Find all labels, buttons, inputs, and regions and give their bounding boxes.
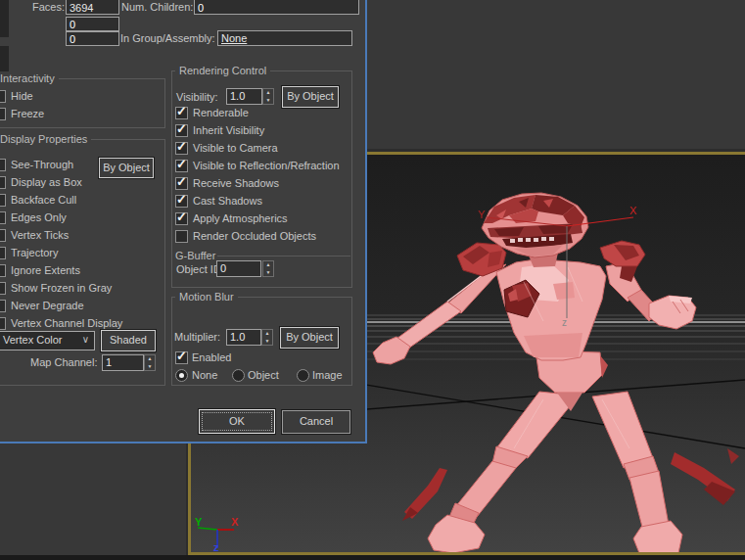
render-occluded-objects-checkbox[interactable] <box>175 230 188 243</box>
inherit-visibility-checkbox[interactable] <box>175 124 188 137</box>
display-as-box-label: Display as Box <box>11 176 82 188</box>
top-field-row2[interactable]: 0 <box>66 17 119 31</box>
in-group-label: In Group/Assembly: <box>120 32 215 44</box>
spinner-up-icon: ▲ <box>262 330 272 338</box>
interactivity-title: Interactivity <box>0 72 59 84</box>
vertex-ticks-label: Vertex Ticks <box>11 229 69 241</box>
trajectory-checkbox[interactable] <box>0 247 6 259</box>
display-as-box-checkbox[interactable] <box>0 176 6 189</box>
tripod-x-label: X <box>231 516 239 528</box>
gizmo-x-label: X <box>629 205 637 216</box>
trajectory-label: Trajectory <box>11 247 59 258</box>
chevron-down-icon: ∨ <box>82 334 89 345</box>
vertex-channel-display-label: Vertex Channel Display <box>11 317 122 329</box>
spinner-down-icon: ▼ <box>263 269 273 277</box>
freeze-checkbox[interactable] <box>0 108 6 120</box>
ignore-extents-checkbox[interactable] <box>0 264 6 277</box>
track-bar-edge <box>0 555 745 560</box>
world-axis-tripod: Y X z <box>195 516 239 552</box>
vertex-color-dropdown[interactable]: Vertex Color∨ <box>0 331 95 350</box>
in-group-field[interactable]: None <box>217 30 352 46</box>
hide-label: Hide <box>11 90 33 102</box>
edges-only-checkbox[interactable] <box>0 211 6 224</box>
ignore-extents-label: Ignore Extents <box>11 264 80 276</box>
motion-blur-image-radio[interactable] <box>297 369 309 382</box>
map-channel-spinner[interactable]: ▲▼ <box>144 354 156 371</box>
ok-button[interactable]: OK <box>199 409 275 434</box>
gbuffer-title: G-Buffer <box>173 250 217 261</box>
cancel-button[interactable]: Cancel <box>282 410 350 434</box>
motion-blur-by-object-button[interactable]: By Object <box>280 327 339 349</box>
visible-to-camera-checkbox[interactable] <box>175 142 188 155</box>
backface-cull-label: Backface Cull <box>11 194 76 206</box>
motion-blur-enabled-label: Enabled <box>192 351 231 363</box>
multiplier-spinner[interactable]: ▲▼ <box>261 329 273 346</box>
clipped-field-edge <box>0 46 9 71</box>
visible-to-camera-label: Visible to Camera <box>193 142 278 154</box>
spinner-up-icon: ▲ <box>263 89 273 97</box>
visible-to-reflection-refraction-label: Visible to Reflection/Refraction <box>193 160 340 171</box>
inherit-visibility-label: Inherit Visibility <box>193 124 264 136</box>
show-frozen-in-gray-checkbox[interactable] <box>0 282 6 295</box>
character-model[interactable] <box>373 193 739 552</box>
renderable-checkbox[interactable] <box>175 107 188 119</box>
motion-blur-enabled-checkbox[interactable] <box>175 351 188 364</box>
map-channel-field[interactable]: 1 <box>102 354 144 371</box>
backface-cull-checkbox[interactable] <box>0 194 6 207</box>
spinner-down-icon: ▼ <box>263 97 273 105</box>
motion-blur-none-radio[interactable] <box>175 369 188 382</box>
never-degrade-label: Never Degrade <box>11 300 84 311</box>
object-id-field[interactable]: 0 <box>216 260 261 277</box>
tripod-z-label: z <box>213 541 219 552</box>
hide-checkbox[interactable] <box>0 90 6 103</box>
apply-atmospherics-label: Apply Atmospherics <box>193 212 288 224</box>
cast-shadows-label: Cast Shadows <box>193 195 262 207</box>
motion-blur-none-label: None <box>192 369 217 381</box>
visible-to-reflection-refraction-checkbox[interactable] <box>175 160 188 172</box>
shaded-button[interactable]: Shaded <box>101 330 156 351</box>
object-id-spinner[interactable]: ▲▼ <box>262 260 274 277</box>
spinner-up-icon: ▲ <box>263 261 273 269</box>
vertex-ticks-checkbox[interactable] <box>0 229 6 242</box>
map-channel-label: Map Channel: <box>30 356 98 368</box>
faces-field[interactable]: 3694 <box>66 0 119 15</box>
receive-shadows-checkbox[interactable] <box>175 177 188 190</box>
visibility-spinner[interactable]: ▲▼ <box>262 88 274 105</box>
tripod-y-label: Y <box>195 516 203 528</box>
freeze-label: Freeze <box>11 108 44 119</box>
never-degrade-checkbox[interactable] <box>0 300 6 312</box>
faces-label: Faces: <box>32 1 65 13</box>
motion-blur-object-label: Object <box>248 369 279 381</box>
motion-blur-object-radio[interactable] <box>232 369 245 382</box>
multiplier-field[interactable]: 1.0 <box>226 329 261 346</box>
gizmo-y-label: Y <box>478 209 486 220</box>
multiplier-label: Multiplier: <box>174 331 220 343</box>
display-by-object-button[interactable]: By Object <box>99 158 154 178</box>
render-occluded-objects-label: Render Occluded Objects <box>193 230 316 242</box>
apply-atmospherics-checkbox[interactable] <box>175 212 188 225</box>
see-through-checkbox[interactable] <box>0 159 6 171</box>
receive-shadows-label: Receive Shadows <box>193 177 279 189</box>
vertex-channel-display-checkbox[interactable] <box>0 317 6 330</box>
interactivity-group <box>0 78 165 128</box>
num-children-field[interactable]: 0 <box>194 0 359 15</box>
object-properties-dialog: Faces: 3694 Num. Children: 0 0 0 In Grou… <box>0 0 367 443</box>
cast-shadows-checkbox[interactable] <box>175 195 188 208</box>
motion-blur-image-label: Image <box>312 369 343 381</box>
edges-only-label: Edges Only <box>11 211 67 223</box>
see-through-label: See-Through <box>11 159 73 170</box>
application-window: X Y z Y X z Faces: 3694 Num. Children: 0… <box>0 0 745 560</box>
show-frozen-in-gray-label: Show Frozen in Gray <box>11 282 112 294</box>
rendering-control-title: Rendering Control <box>175 65 270 76</box>
clipped-field-edge <box>0 0 9 37</box>
spinner-up-icon: ▲ <box>145 355 155 363</box>
spinner-down-icon: ▼ <box>262 338 272 346</box>
ui-background <box>0 443 186 555</box>
top-field-row3[interactable]: 0 <box>66 31 119 46</box>
visibility-by-object-button[interactable]: By Object <box>282 86 339 108</box>
spinner-down-icon: ▼ <box>145 363 155 371</box>
renderable-label: Renderable <box>193 107 249 118</box>
visibility-field[interactable]: 1.0 <box>226 88 262 105</box>
motion-blur-title: Motion Blur <box>175 291 238 303</box>
visibility-label: Visibility: <box>176 91 218 103</box>
